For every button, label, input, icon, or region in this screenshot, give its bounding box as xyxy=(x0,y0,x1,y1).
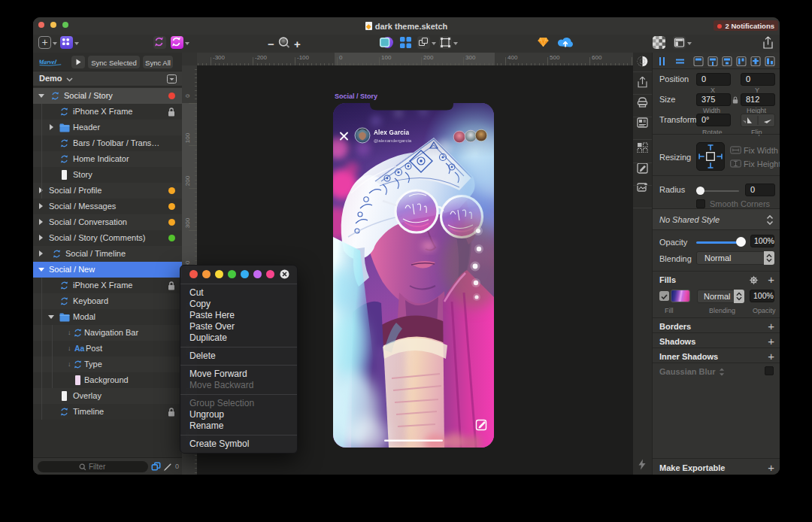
svg-text:Alex Garcia: Alex Garcia xyxy=(374,129,410,136)
svg-text:@alexandergarcia: @alexandergarcia xyxy=(374,138,412,143)
svg-text:Marvel: Marvel xyxy=(39,59,57,65)
